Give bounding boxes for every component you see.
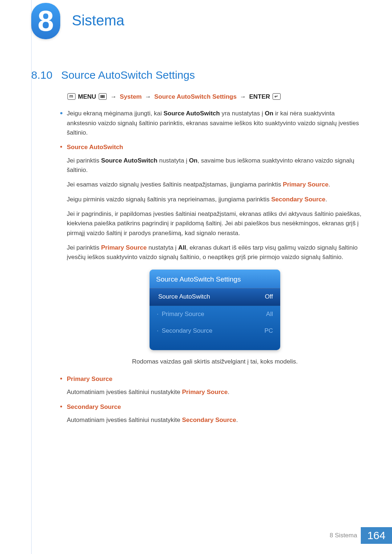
osd-row-value: PC (264, 326, 273, 336)
osd-row-primary-source: · Primary Source All (150, 306, 280, 323)
menu-path: MENU → System → Source AutoSwitch Settin… (67, 92, 363, 102)
osd-row-value: All (266, 309, 273, 319)
osd-row-secondary-source: · Secondary Source PC (150, 323, 280, 339)
osd-row-label: Secondary Source (162, 327, 212, 334)
osd-row-label: Source AutoSwitch (158, 293, 210, 300)
sa-p3: Jeigu pirminis vaizdo signalų šaltinis y… (67, 195, 363, 204)
nav-menu: MENU (78, 93, 96, 100)
ss-p1: Automatiniam įvesties šaltiniui nustatyk… (67, 415, 363, 425)
chapter-badge: 8 (31, 3, 60, 39)
sa-p4: Jei ir pagrindinis, ir papildomas įvesti… (67, 209, 363, 238)
intro-text: Jeigu ekraną mėginama įjungti, kai Sourc… (67, 110, 359, 136)
osd-row-value: Off (265, 292, 273, 301)
nav-sas: Source AutoSwitch Settings (154, 93, 237, 100)
ps-p1: Automatiniam įvesties šaltiniui nustatyk… (67, 387, 363, 397)
nav-system: System (120, 93, 142, 100)
footer-page-number: 164 (361, 527, 392, 544)
content-body: MENU → System → Source AutoSwitch Settin… (54, 92, 363, 431)
primary-source-item: Primary Source Automatiniam įvesties šal… (67, 374, 363, 397)
section-title: Source AutoSwitch Settings (61, 69, 195, 81)
sa-p5: Jei parinktis Primary Source nustatyta į… (67, 243, 363, 262)
vertical-rule (31, 0, 32, 554)
remote-icon (68, 93, 75, 100)
ps-heading: Primary Source (67, 376, 113, 382)
osd-panel: Source AutoSwitch Settings Source AutoSw… (150, 270, 280, 350)
menu-icon (99, 93, 107, 100)
enter-icon (273, 93, 281, 100)
chapter-title: Sistema (72, 12, 124, 29)
ss-heading: Secondary Source (67, 403, 121, 410)
osd-row-source-autoswitch: Source AutoSwitch Off (150, 288, 280, 305)
secondary-source-item: Secondary Source Automatiniam įvesties š… (67, 402, 363, 425)
sa-p1: Jei parinktis Source AutoSwitch nustatyt… (67, 156, 363, 175)
osd-row-label: Primary Source (162, 311, 204, 317)
intro-bullet: Jeigu ekraną mėginama įjungti, kai Sourc… (67, 109, 363, 425)
section-number: 8.10 (31, 69, 52, 81)
sa-heading: Source AutoSwitch (67, 144, 123, 151)
sa-p2: Jei esamas vaizdo signalų įvesties šalti… (67, 180, 363, 189)
section-heading: 8.10 Source AutoSwitch Settings (31, 69, 195, 81)
page-footer: 8 Sistema 164 (330, 527, 392, 544)
source-autoswitch-item: Source AutoSwitch Jei parinktis Source A… (67, 143, 363, 366)
footer-chapter: 8 Sistema (330, 532, 357, 539)
osd-title: Source AutoSwitch Settings (150, 270, 280, 288)
nav-enter: ENTER (249, 93, 270, 100)
osd-caption: Rodomas vaizdas gali skirtis atsižvelgia… (67, 357, 363, 366)
